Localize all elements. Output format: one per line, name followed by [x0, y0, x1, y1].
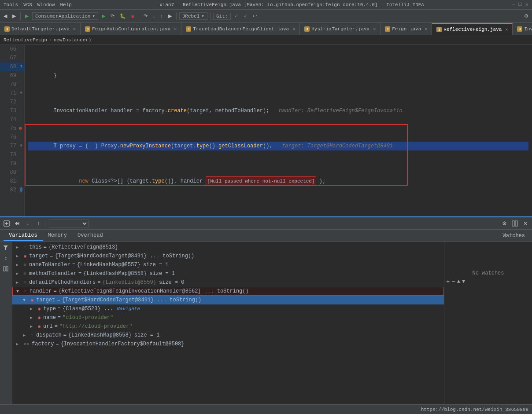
tab-hystrixtargeter[interactable]: J HystrixTargeter.java ✕ — [300, 23, 381, 35]
var-expand-methodtohandler[interactable]: ▶ — [16, 271, 21, 276]
debug-step-into-btn[interactable]: ↓ — [23, 219, 33, 228]
var-type[interactable]: ▶ ◉ type = {Class@5523} ... Navigate — [12, 304, 444, 313]
tab-close-defaulttargeter[interactable]: ✕ — [73, 26, 76, 32]
var-navigate-type[interactable]: Navigate — [117, 306, 140, 311]
jrebel-dropdown[interactable]: JRebel ▾ — [179, 12, 207, 20]
gutter-76: 76 — [0, 133, 24, 142]
var-defaultmethodhandlers[interactable]: ▶ ≡ defaultMethodHandlers = {LinkedList@… — [12, 278, 444, 287]
var-name-factory: factory — [32, 341, 54, 347]
debug-step-over-btn[interactable] — [12, 219, 22, 228]
tab-close-hystrixTargeter[interactable]: ✕ — [373, 26, 376, 32]
git-tick-btn[interactable]: ✓ — [233, 12, 240, 20]
maximize-btn[interactable]: □ — [519, 1, 522, 8]
git-undo-btn[interactable]: ↩ — [251, 12, 259, 20]
debug-settings-btn[interactable]: ⚙ — [499, 219, 509, 228]
tab-traceloadbalancer[interactable]: J TraceLoadBalancerFeignClient.java ✕ — [181, 23, 300, 35]
var-icon-defaultmethodhandlers: ≡ — [24, 280, 26, 285]
var-name-nametohandler: nameToHandler — [29, 262, 70, 268]
var-eq-methodtohandler: = — [78, 271, 81, 277]
tab-close-feignautoconfig[interactable]: ✕ — [174, 26, 177, 32]
debug-layout-btn[interactable] — [510, 219, 520, 228]
settings-btn[interactable]: ⚙ — [522, 12, 530, 20]
stop-btn[interactable]: ■ — [129, 13, 136, 20]
var-this[interactable]: ▶ ≡ this = {ReflectiveFeign@8513} — [12, 243, 444, 252]
debug-layout2-btn[interactable] — [1, 264, 11, 274]
var-expand-defaultmethodhandlers[interactable]: ▶ — [16, 280, 21, 285]
tab-label-invocatio: Invocatio... — [524, 26, 532, 32]
tab-icon-feignautoconfig: J — [85, 26, 90, 32]
debug-new-session-btn[interactable] — [2, 219, 11, 228]
var-url-field[interactable]: ▶ ◉ url = "http://cloud-provider" — [12, 322, 444, 331]
toolbar-back-btn[interactable]: ◀ — [2, 12, 9, 20]
toolbar-forward-btn[interactable]: ▶ — [11, 12, 18, 20]
tab-label-hystrixTargeter: HystrixTargeter.java — [311, 26, 369, 32]
git-check-btn[interactable]: ✓ — [242, 12, 249, 20]
step-over-btn[interactable]: ↷ — [142, 12, 149, 20]
debug-sort-btn[interactable]: ↕ — [1, 253, 11, 263]
debug-filter-btn[interactable] — [1, 243, 11, 253]
add-watch-minus[interactable]: − — [451, 278, 455, 285]
var-expand-urlfield[interactable]: ▶ — [30, 324, 35, 329]
var-nametohandler[interactable]: ▶ ≡ nameToHandler = {LinkedHashMap@8557}… — [12, 260, 444, 269]
build-btn[interactable]: ▶ — [100, 12, 107, 20]
var-val-methodtohandler: {LinkedHashMap@8558} — [83, 271, 147, 277]
breadcrumb-part1[interactable]: ReflectiveFeign — [4, 37, 47, 43]
step-into-btn[interactable]: ↓ — [151, 13, 157, 20]
var-target-2[interactable]: ▼ ◉ target = {Target$HardCodedTarget@849… — [12, 296, 444, 304]
code-content[interactable]: } InvocationHandler handler = factory.cr… — [25, 45, 532, 216]
var-expand-dispatch2[interactable]: ▶ — [23, 333, 28, 338]
debug-frame-dropdown[interactable] — [49, 220, 89, 227]
step-out-btn[interactable]: ↑ — [159, 13, 165, 20]
rebuild-btn[interactable]: ⟳ — [109, 12, 116, 20]
tab-reflectivefeign[interactable]: J ReflectiveFeign.java ✕ — [432, 23, 513, 35]
minimize-btn[interactable]: ─ — [512, 1, 515, 8]
add-watch-up[interactable]: ▲ — [457, 278, 460, 285]
debug-left-toolbar: ↕ — [0, 242, 12, 404]
var-target-1[interactable]: ▶ ◉ target = {Target$HardCodedTarget@849… — [12, 252, 444, 260]
debug-tab-memory[interactable]: Memory — [43, 231, 72, 241]
debug-close-btn[interactable]: ✕ — [521, 219, 530, 228]
gutter-66: 66 — [0, 45, 24, 54]
tab-feign[interactable]: J Feign.java ✕ — [381, 23, 432, 35]
var-expand-factory[interactable]: ▶ — [16, 341, 21, 347]
var-expand-nametohandler[interactable]: ▶ — [16, 262, 21, 267]
resume-btn[interactable]: ▶ — [166, 12, 174, 20]
menu-vcs[interactable]: VCS — [23, 2, 32, 7]
tab-defaulttargeter[interactable]: J DefaultTargeter.java ✕ — [0, 23, 81, 35]
close-btn[interactable]: ✕ — [525, 1, 528, 8]
tab-close-traceloadbalancer[interactable]: ✕ — [292, 26, 295, 32]
var-name-field[interactable]: ▶ ◉ name = "cloud-provider" — [12, 313, 444, 322]
git-dropdown[interactable]: Git: — [213, 13, 231, 20]
run-btn[interactable]: ▶ — [23, 12, 30, 20]
var-factory[interactable]: ▶ ○○ factory = {InvocationHandlerFactory… — [12, 340, 444, 348]
var-expand-namefield[interactable]: ▶ — [30, 315, 35, 320]
var-handler[interactable]: ▼ ≡ handler = {ReflectiveFeign$FeignInvo… — [12, 287, 444, 296]
var-expand-this[interactable]: ▶ — [16, 245, 21, 250]
var-expand-handler[interactable]: ▼ — [16, 289, 22, 294]
var-expand-target2[interactable]: ▼ — [23, 298, 28, 303]
var-expand-target1[interactable]: ▶ — [16, 253, 21, 259]
var-methodtohandler[interactable]: ▶ ≡ methodToHandler = {LinkedHashMap@855… — [12, 269, 444, 278]
tab-close-feign[interactable]: ✕ — [425, 26, 427, 32]
var-name-dispatch2: dispatch — [36, 332, 62, 338]
tab-feignautoconfig[interactable]: J FeignAutoConfiguration.java ✕ — [81, 23, 181, 35]
breadcrumb-part2[interactable]: newInstance() — [54, 37, 92, 43]
var-icon-target2: ◉ — [31, 297, 33, 303]
debug-btn[interactable]: 🐛 — [118, 12, 128, 20]
var-expand-type[interactable]: ▶ — [30, 306, 35, 311]
debug-tab-variables[interactable]: Variables — [4, 231, 43, 241]
debug-step-out-btn[interactable]: ↑ — [33, 219, 43, 228]
menu-tools[interactable]: Tools — [4, 2, 18, 7]
add-watch-plus[interactable]: + — [446, 278, 450, 285]
jrebel-arrow: ▾ — [201, 13, 204, 19]
menu-window[interactable]: Window — [37, 2, 55, 7]
tab-icon-defaulttargeter: J — [4, 26, 10, 32]
tab-close-reflectivefeign[interactable]: ✕ — [505, 27, 508, 32]
var-dispatch-2[interactable]: ▶ ≡ dispatch = {LinkedHashMap@8558} size… — [12, 331, 444, 340]
add-watch-down[interactable]: ▼ — [462, 278, 465, 285]
menu-help[interactable]: Help — [60, 2, 71, 7]
run-config-dropdown[interactable]: ConsumerApplication ▾ — [32, 12, 98, 20]
debug-tab-overhead[interactable]: Overhead — [72, 231, 108, 241]
tab-invocatio[interactable]: J Invocatio... ✕ — [513, 23, 532, 35]
code-line-67: InvocationHandler handler = factory.crea… — [28, 106, 528, 115]
